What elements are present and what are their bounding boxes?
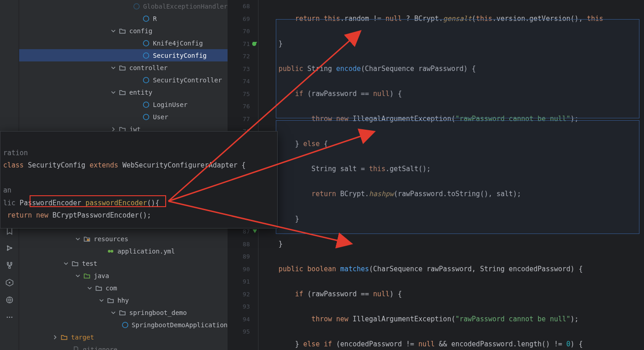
svg-point-14: [143, 102, 149, 107]
tree-item-loginuser[interactable]: LoginUser: [19, 98, 228, 111]
structure-icon[interactable]: [4, 260, 15, 271]
tree-item-com[interactable]: com: [19, 282, 228, 294]
chevron-down-icon[interactable]: [109, 88, 117, 96]
tree-item-knife4j[interactable]: Knife4jConfig: [19, 37, 228, 49]
code-text: );: [570, 315, 578, 323]
tree-item-securitycontroller[interactable]: SecurityController: [19, 74, 228, 86]
folder-icon: [118, 88, 127, 96]
line-number: 90: [228, 263, 258, 276]
chevron-down-icon[interactable]: [74, 272, 82, 280]
chevron-down-icon[interactable]: [109, 309, 117, 317]
code-line: }: [262, 38, 644, 51]
svg-point-10: [143, 16, 149, 21]
code-text: null: [373, 290, 390, 298]
code-text: public boolean: [262, 265, 336, 273]
code-text: throw new: [262, 315, 349, 323]
tree-item-config[interactable]: config: [19, 25, 228, 37]
code-text: passwordEncoder: [86, 199, 147, 207]
code-text: this: [587, 15, 603, 23]
tree-item-java[interactable]: java: [19, 269, 228, 282]
line-number: 71: [228, 38, 258, 51]
tree-item-securityconfig[interactable]: SecurityConfig: [19, 49, 228, 61]
line-number: 93: [228, 300, 258, 313]
code-editor[interactable]: 68 69 70 71 72 73 74 75 76 77 78 87 88 8…: [228, 0, 644, 350]
yaml-icon: [106, 247, 115, 255]
chevron-down-icon[interactable]: [97, 296, 106, 304]
chevron-down-icon[interactable]: [74, 235, 82, 243]
tree-item-test[interactable]: test: [19, 257, 228, 269]
chevron-right-icon[interactable]: [51, 333, 59, 341]
more-icon[interactable]: [4, 312, 15, 323]
class-icon: [133, 2, 141, 10]
git-icon[interactable]: [4, 243, 15, 254]
class-icon: [142, 39, 150, 47]
tree-item-entity[interactable]: entity: [19, 86, 228, 98]
code-popup[interactable]: ration class SecurityConfig extends WebS…: [0, 131, 278, 228]
code-text: matches: [340, 265, 369, 273]
code-text: PasswordEncoder: [15, 199, 86, 207]
code-line: }: [262, 213, 644, 226]
chevron-down-icon[interactable]: [86, 284, 94, 292]
file-icon: [72, 345, 80, 350]
code-text: );: [570, 115, 578, 123]
svg-point-13: [143, 77, 149, 83]
tree-item-globalexcept[interactable]: GlobalExceptionHandler: [19, 0, 228, 12]
tree-label: GlobalExceptionHandler: [143, 3, 228, 10]
code-text: (CharSequence rawPassword) {: [361, 65, 476, 73]
line-number: 73: [228, 63, 258, 76]
code-area[interactable]: return this.random != null ? BCrypt.gens…: [259, 0, 644, 350]
code-text: {: [319, 140, 328, 148]
code-text: String salt =: [262, 165, 369, 173]
class-icon: [142, 51, 150, 60]
tree-item-sbd[interactable]: springboot_demo: [19, 306, 228, 319]
code-text: }: [262, 340, 303, 348]
folder-icon: [95, 284, 103, 292]
code-text: else if: [303, 340, 332, 348]
code-text: && encodedPassword.length() !=: [435, 340, 566, 348]
class-icon: [142, 101, 150, 109]
code-text: IllegalArgumentException(: [349, 315, 456, 323]
web-icon[interactable]: [4, 294, 15, 305]
line-number: 91: [228, 275, 258, 288]
tree-item-user[interactable]: User: [19, 111, 228, 123]
chevron-down-icon[interactable]: [62, 259, 70, 268]
tree-label: target: [71, 334, 94, 341]
tree-item-resources[interactable]: resources: [19, 233, 228, 245]
code-text: WebSecurityConfigurerAdapter {: [118, 161, 246, 169]
services-icon[interactable]: [4, 277, 15, 288]
line-number: 75: [228, 88, 258, 101]
tree-item-target[interactable]: target: [19, 331, 228, 343]
tree-label: resources: [94, 235, 128, 243]
code-text: BCrypt.: [336, 190, 369, 198]
code-text: "rawPassword cannot be null": [455, 315, 570, 323]
svg-point-18: [111, 250, 113, 253]
svg-point-1: [7, 249, 8, 251]
tree-item-sbdapp[interactable]: SpringbootDemoApplication: [19, 319, 228, 331]
chevron-down-icon[interactable]: [109, 64, 117, 72]
code-text: if: [262, 90, 303, 98]
code-text: ) {: [570, 340, 583, 348]
svg-point-11: [143, 41, 149, 46]
tree-item-hhy[interactable]: hhy: [19, 294, 228, 306]
code-text: hashpw: [369, 190, 394, 198]
line-number: 68: [228, 0, 258, 13]
line-number: 72: [228, 50, 258, 63]
tree-label: application.yml: [117, 248, 175, 255]
tree-item-r[interactable]: R: [19, 12, 228, 25]
tree-item-gitignore[interactable]: gitignore: [19, 343, 228, 350]
line-number: 70: [228, 25, 258, 38]
tree-item-controller[interactable]: controller: [19, 61, 228, 74]
line-number: 89: [228, 250, 258, 263]
tree-label: gitignore: [83, 346, 117, 350]
tree-item-appyml[interactable]: application.yml: [19, 245, 228, 257]
line-number: 69: [228, 13, 258, 25]
svg-point-6: [6, 317, 8, 318]
code-text: (rawPassword ==: [303, 90, 373, 98]
class-icon: [122, 321, 129, 329]
code-text: class: [3, 161, 24, 169]
svg-point-15: [143, 114, 149, 120]
chevron-down-icon[interactable]: [109, 27, 117, 35]
line-number: 88: [228, 238, 258, 251]
code-text: this: [369, 165, 385, 173]
svg-rect-16: [87, 239, 89, 241]
